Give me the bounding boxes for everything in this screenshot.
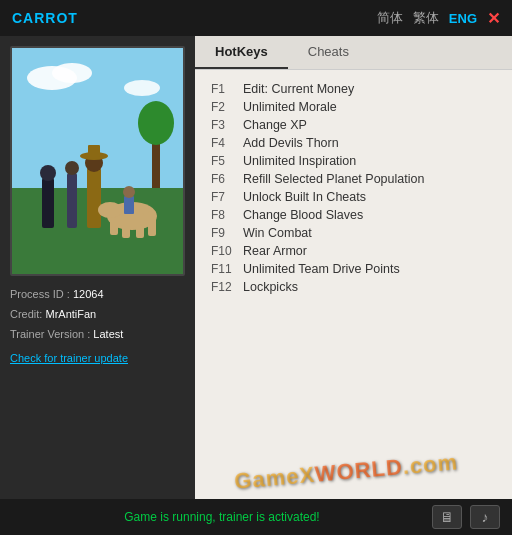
hotkey-row[interactable]: F3Change XP: [211, 116, 496, 134]
hotkey-key: F10: [211, 244, 243, 258]
hotkey-key: F7: [211, 190, 243, 204]
hotkey-desc: Unlimited Team Drive Points: [243, 262, 400, 276]
hotkey-row[interactable]: F4Add Devils Thorn: [211, 134, 496, 152]
hotkey-desc: Unlimited Inspiration: [243, 154, 356, 168]
trainer-version-row: Trainer Version : Latest: [10, 328, 185, 340]
credit-row: Credit: MrAntiFan: [10, 308, 185, 320]
hotkey-desc: Win Combat: [243, 226, 312, 240]
hotkey-row[interactable]: F8Change Blood Slaves: [211, 206, 496, 224]
lang-simplified[interactable]: 简体: [377, 9, 403, 27]
hotkey-key: F3: [211, 118, 243, 132]
svg-rect-19: [148, 211, 156, 236]
svg-point-20: [98, 202, 122, 218]
svg-point-2: [52, 63, 92, 83]
monitor-icon-button[interactable]: 🖥: [432, 505, 462, 529]
svg-rect-11: [87, 168, 101, 228]
status-bar: Game is running, trainer is activated! 🖥…: [0, 499, 512, 535]
title-bar: CARROT 简体 繁体 ENG ✕: [0, 0, 512, 36]
tabs: HotKeys Cheats: [195, 36, 512, 70]
hotkey-row[interactable]: F11Unlimited Team Drive Points: [211, 260, 496, 278]
svg-rect-9: [67, 173, 77, 228]
hotkey-row[interactable]: F10Rear Armor: [211, 242, 496, 260]
app-title: CARROT: [12, 10, 78, 26]
lang-english[interactable]: ENG: [449, 11, 477, 26]
svg-rect-17: [122, 213, 130, 238]
trainer-version-value: Latest: [93, 328, 123, 340]
process-id-value: 12064: [73, 288, 104, 300]
left-panel: CARROT: [0, 36, 195, 535]
update-link[interactable]: Check for trainer update: [10, 352, 128, 364]
hotkey-desc: Lockpicks: [243, 280, 298, 294]
svg-rect-7: [42, 178, 54, 228]
hotkey-key: F8: [211, 208, 243, 222]
credit-label: Credit:: [10, 308, 42, 320]
music-icon-button[interactable]: ♪: [470, 505, 500, 529]
hotkey-key: F2: [211, 100, 243, 114]
title-bar-left: CARROT: [12, 10, 78, 26]
hotkey-row[interactable]: F1Edit: Current Money: [211, 80, 496, 98]
monitor-icon: 🖥: [440, 509, 454, 525]
svg-point-6: [138, 101, 174, 145]
info-section: Process ID : 12064 Credit: MrAntiFan Tra…: [10, 288, 185, 366]
lang-buttons: 简体 繁体 ENG ✕: [377, 9, 500, 28]
hotkey-key: F9: [211, 226, 243, 240]
hotkey-desc: Change Blood Slaves: [243, 208, 363, 222]
tab-cheats[interactable]: Cheats: [288, 36, 369, 69]
svg-point-22: [123, 186, 135, 198]
hotkey-desc: Add Devils Thorn: [243, 136, 339, 150]
hotkey-desc: Unlimited Morale: [243, 100, 337, 114]
svg-point-8: [40, 165, 56, 181]
hotkey-row[interactable]: F5Unlimited Inspiration: [211, 152, 496, 170]
hotkeys-list: F1Edit: Current MoneyF2Unlimited MoraleF…: [195, 70, 512, 504]
main-content: CARROT: [0, 36, 512, 535]
hotkey-key: F5: [211, 154, 243, 168]
hotkey-key: F6: [211, 172, 243, 186]
svg-rect-18: [136, 213, 144, 238]
close-button[interactable]: ✕: [487, 9, 500, 28]
lang-traditional[interactable]: 繁体: [413, 9, 439, 27]
status-icons: 🖥 ♪: [432, 505, 500, 529]
hotkey-key: F1: [211, 82, 243, 96]
update-link-row: Check for trainer update: [10, 348, 185, 366]
music-icon: ♪: [482, 509, 489, 525]
trainer-version-label: Trainer Version :: [10, 328, 90, 340]
hotkey-row[interactable]: F6Refill Selected Planet Population: [211, 170, 496, 188]
hotkey-key: F12: [211, 280, 243, 294]
status-text: Game is running, trainer is activated!: [12, 510, 432, 524]
hotkey-desc: Edit: Current Money: [243, 82, 354, 96]
svg-point-10: [65, 161, 79, 175]
hotkey-row[interactable]: F9Win Combat: [211, 224, 496, 242]
hotkey-desc: Refill Selected Planet Population: [243, 172, 424, 186]
hotkey-row[interactable]: F7Unlock Built In Cheats: [211, 188, 496, 206]
hotkey-key: F4: [211, 136, 243, 150]
svg-point-3: [124, 80, 160, 96]
hotkey-row[interactable]: F2Unlimited Morale: [211, 98, 496, 116]
hotkey-row[interactable]: F12Lockpicks: [211, 278, 496, 296]
hotkey-desc: Rear Armor: [243, 244, 307, 258]
credit-value: MrAntiFan: [45, 308, 96, 320]
hotkey-desc: Change XP: [243, 118, 307, 132]
svg-rect-14: [88, 145, 100, 157]
hotkey-key: F11: [211, 262, 243, 276]
process-id-row: Process ID : 12064: [10, 288, 185, 300]
tab-hotkeys[interactable]: HotKeys: [195, 36, 288, 69]
hotkey-desc: Unlock Built In Cheats: [243, 190, 366, 204]
svg-rect-21: [124, 196, 134, 214]
process-id-label: Process ID :: [10, 288, 70, 300]
game-image: CARROT: [10, 46, 185, 276]
right-panel: HotKeys Cheats F1Edit: Current MoneyF2Un…: [195, 36, 512, 535]
